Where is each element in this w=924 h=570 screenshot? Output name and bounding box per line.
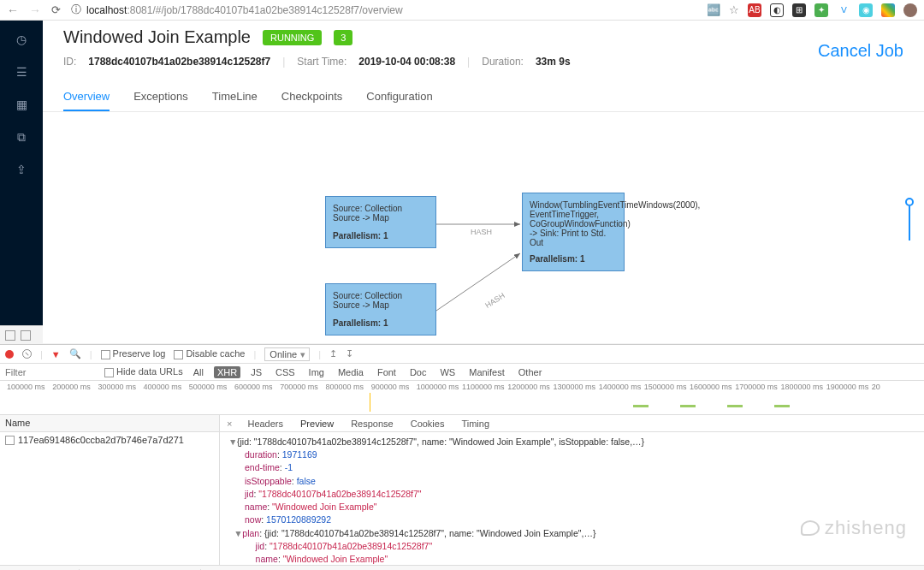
disable-cache-checkbox[interactable]: Disable cache	[174, 348, 245, 359]
request-detail: × Headers Preview Response Cookies Timin…	[220, 415, 924, 565]
filter-type-ws[interactable]: WS	[436, 366, 459, 378]
url-host: localhost	[86, 4, 127, 16]
device-icon[interactable]	[21, 330, 31, 341]
dag-node-sink[interactable]: Window(TumblingEventTimeWindows(2000), E…	[522, 193, 625, 271]
search-icon[interactable]: 🔍	[69, 348, 81, 359]
tab-configuration[interactable]: Configuration	[366, 83, 432, 111]
sidebar-upload-icon[interactable]: ⇪	[15, 163, 28, 176]
svg-line-1	[436, 253, 520, 311]
filter-type-all[interactable]: All	[190, 366, 207, 378]
inspect-icon[interactable]	[5, 330, 15, 341]
record-icon[interactable]	[5, 350, 14, 359]
zoom-control[interactable]	[903, 198, 915, 249]
filter-type-img[interactable]: Img	[305, 366, 328, 378]
ext-icon-2[interactable]: ⊞	[792, 3, 806, 17]
sidebar-calendar-icon[interactable]: ▦	[15, 98, 28, 111]
name-column-header[interactable]: Name	[0, 415, 219, 432]
back-icon[interactable]: ←	[7, 3, 19, 17]
evernote-icon[interactable]: ✦	[814, 3, 828, 17]
filter-type-xhr[interactable]: XHR	[214, 366, 240, 378]
json-preview[interactable]: ▼{jid: "1788dc40107b41a02be38914c12528f7…	[220, 432, 924, 565]
divider: |	[282, 56, 285, 68]
filter-type-manifest[interactable]: Manifest	[465, 366, 508, 378]
hide-data-urls-checkbox[interactable]: Hide data URLs	[104, 366, 183, 377]
preserve-log-checkbox[interactable]: Preserve log	[101, 348, 166, 359]
filter-type-other[interactable]: Other	[515, 366, 546, 378]
tab-overview[interactable]: Overview	[63, 83, 110, 111]
filter-input[interactable]	[5, 367, 98, 377]
node-title: Window(TumblingEventTimeWindows(2000), E…	[530, 200, 617, 247]
detail-tab-preview[interactable]: Preview	[292, 416, 342, 431]
dag-canvas[interactable]: Source: Collection Source -> Map Paralle…	[43, 112, 924, 343]
ext-icon-5[interactable]	[881, 3, 895, 17]
request-name: 117ea691486c0ccba2d7b746e7a7d271	[18, 435, 184, 445]
network-timeline[interactable]: 100000 ms 200000 ms 300000 ms 400000 ms …	[0, 381, 924, 415]
timeline-tick: 800000 ms	[325, 383, 370, 391]
duration-value: 33m 9s	[536, 56, 571, 68]
start-value: 2019-10-04 00:08:38	[358, 56, 455, 68]
devtools: Elements Console Sources Network Perform…	[0, 325, 924, 570]
sidebar-list-icon[interactable]: ☰	[15, 65, 28, 79]
browser-bar: ← → ⟳ ⓘ localhost:8081/#/job/1788dc40107…	[0, 0, 924, 21]
detail-tab-response[interactable]: Response	[342, 416, 402, 431]
url-port: :8081	[127, 4, 152, 16]
filter-icon[interactable]: ▼	[51, 349, 61, 359]
upload-icon[interactable]: ↥	[329, 348, 337, 359]
translate-icon[interactable]: 🔤	[707, 3, 720, 16]
tab-checkpoints[interactable]: Checkpoints	[281, 83, 343, 111]
detail-tab-cookies[interactable]: Cookies	[402, 416, 453, 431]
ext-icon-4[interactable]: ◉	[859, 3, 873, 17]
tab-exceptions[interactable]: Exceptions	[133, 83, 188, 111]
duration-label: Duration:	[482, 56, 524, 68]
network-toolbar: | ▼ 🔍 | Preserve log Disable cache | Onl…	[0, 345, 924, 364]
detail-tab-timing[interactable]: Timing	[453, 416, 498, 431]
node-title: Source: Collection Source -> Map	[333, 291, 429, 310]
url-path: /#/job/1788dc40107b41a02be38914c12528f7/…	[152, 4, 402, 16]
filter-type-media[interactable]: Media	[335, 366, 367, 378]
address-bar[interactable]: ⓘ localhost:8081/#/job/1788dc40107b41a02…	[71, 3, 696, 17]
filter-type-font[interactable]: Font	[374, 366, 400, 378]
throttling-select[interactable]: Online ▾	[264, 347, 310, 361]
timeline-tick: 1700000 ms	[735, 383, 780, 391]
id-value: 1788dc40107b41a02be38914c12528f7	[88, 56, 270, 68]
reload-icon[interactable]: ⟳	[51, 3, 61, 16]
main-content: Cancel Job Windowed Join Example RUNNING…	[43, 21, 924, 325]
zoom-track	[909, 206, 910, 240]
tab-timeline[interactable]: TimeLine	[212, 83, 258, 111]
timeline-tick: 300000 ms	[98, 383, 143, 391]
filter-type-css[interactable]: CSS	[272, 366, 299, 378]
request-checkbox[interactable]	[5, 436, 15, 445]
divider: |	[467, 56, 470, 68]
download-icon[interactable]: ↧	[346, 348, 353, 359]
ext-icon-1[interactable]: ◐	[770, 3, 784, 17]
forward-icon[interactable]: →	[29, 3, 41, 17]
timeline-tick: 600000 ms	[234, 383, 280, 391]
timeline-tick: 100000 ms	[7, 383, 52, 391]
close-icon[interactable]: ×	[220, 416, 239, 431]
node-parallelism: Parallelism: 1	[333, 231, 429, 240]
info-icon: ⓘ	[71, 3, 81, 17]
adblock-icon[interactable]: AB	[748, 3, 761, 17]
dag-node-source-1[interactable]: Source: Collection Source -> Map Paralle…	[325, 196, 436, 248]
request-row[interactable]: 117ea691486c0ccba2d7b746e7a7d271	[0, 432, 219, 448]
detail-tab-headers[interactable]: Headers	[239, 416, 292, 431]
filter-type-doc[interactable]: Doc	[406, 366, 430, 378]
sidebar-cluster-icon[interactable]: ⧉	[15, 130, 28, 144]
star-icon[interactable]: ☆	[729, 3, 739, 16]
id-label: ID:	[63, 56, 76, 68]
filter-type-js[interactable]: JS	[247, 366, 265, 378]
request-list: Name 117ea691486c0ccba2d7b746e7a7d271	[0, 415, 220, 565]
zoom-handle[interactable]	[905, 198, 914, 206]
node-parallelism: Parallelism: 1	[333, 318, 429, 328]
cancel-job-link[interactable]: Cancel Job	[818, 41, 903, 61]
sidebar-dashboard-icon[interactable]: ◷	[15, 33, 28, 46]
edge-label-1: HASH	[471, 228, 492, 236]
dag-node-source-2[interactable]: Source: Collection Source -> Map Paralle…	[325, 283, 436, 335]
count-badge: 3	[334, 30, 352, 45]
clear-icon[interactable]	[22, 349, 32, 359]
timeline-tick: 1400000 ms	[599, 383, 644, 391]
avatar-icon[interactable]	[903, 3, 917, 17]
watermark: zhisheng	[801, 517, 907, 539]
ext-icon-3[interactable]: Ⅴ	[837, 3, 850, 17]
timeline-tick: 1800000 ms	[780, 383, 826, 391]
